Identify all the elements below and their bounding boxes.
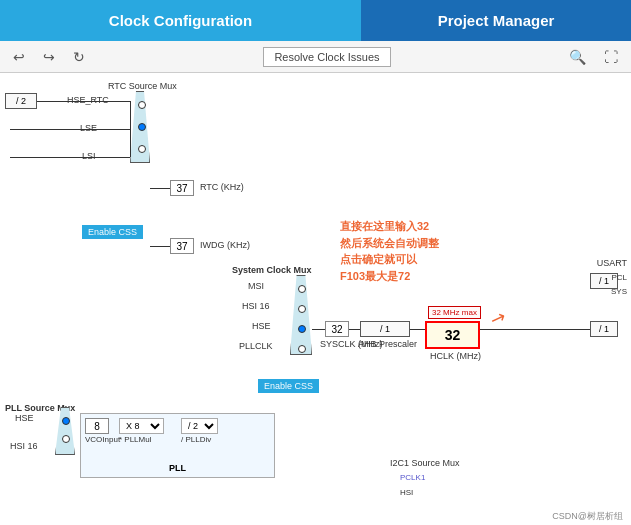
hclk-value-box[interactable]: 32: [425, 321, 480, 349]
watermark-text: CSDN@树居析组: [552, 510, 623, 523]
search-button[interactable]: 🔍: [564, 47, 591, 67]
line-sysclk: [312, 329, 325, 330]
pll-div-select[interactable]: / 2/ 3/ 4: [181, 418, 218, 434]
line-lse: [10, 129, 130, 130]
lsi-label: LSI: [82, 151, 96, 161]
ahb-label: AHB Prescaler: [358, 339, 417, 349]
pll-hsi16-label: HSI 16: [10, 441, 38, 451]
pll-area: 8 VCOInput X 8X 4X 6X 12 * PLLMul / 2/ 3…: [80, 413, 275, 478]
msi-label: MSI: [248, 281, 264, 291]
pclk-label: PCLK1: [400, 473, 425, 482]
div1b-box: / 1: [590, 321, 618, 337]
usart-label: USART: [597, 258, 627, 268]
project-manager-title: Project Manager: [361, 0, 631, 41]
hclk-max-label: 32 MHz max: [428, 306, 481, 319]
pll-hse-label: HSE: [15, 413, 34, 423]
pcl-label: PCL: [611, 273, 627, 282]
hse-sys-label: HSE: [252, 321, 271, 331]
clock-diagram: RTC Source Mux HSE_RTC LSE LSI / 2 37 RT…: [0, 73, 631, 525]
rtc-mux-sel2[interactable]: [138, 123, 146, 131]
sys-mux-sel4[interactable]: [298, 345, 306, 353]
undo-button[interactable]: ↩: [8, 47, 30, 67]
system-clock-mux-label: System Clock Mux: [232, 265, 312, 275]
sysclk-value-box[interactable]: 32: [325, 321, 349, 337]
enable-css-button-2[interactable]: Enable CSS: [258, 379, 319, 393]
pll-mux-sel2[interactable]: [62, 435, 70, 443]
sys-mux-sel2[interactable]: [298, 305, 306, 313]
pll-mux-sel1[interactable]: [62, 417, 70, 425]
sys-mux-sel1[interactable]: [298, 285, 306, 293]
line-hclk-out: [480, 329, 590, 330]
refresh-button[interactable]: ↻: [68, 47, 90, 67]
pllclk-label: PLLCLK: [239, 341, 273, 351]
line-ahb-in: [349, 329, 360, 330]
rtc-mux-sel1[interactable]: [138, 101, 146, 109]
line-rtc-out: [150, 188, 170, 189]
iwdg-value-box[interactable]: 37: [170, 238, 194, 254]
annotation-text: 直接在这里输入32然后系统会自动调整点击确定就可以F103最大是72: [340, 218, 439, 284]
hsi-label: HSI: [400, 488, 413, 497]
vco-input-box[interactable]: 8: [85, 418, 109, 434]
line-iwdg-out: [150, 246, 170, 247]
resolve-clock-issues-button[interactable]: Resolve Clock Issues: [263, 47, 390, 67]
rtc-source-mux-label: RTC Source Mux: [108, 81, 177, 91]
vline-rtc-mux: [130, 101, 131, 157]
pll-mux-shape: [55, 407, 75, 455]
ahb-prescaler-box[interactable]: / 1: [360, 321, 410, 337]
sys-mux-sel3[interactable]: [298, 325, 306, 333]
line-hse-rtc: [37, 101, 130, 102]
pll-label: PLL: [169, 463, 186, 473]
line-hclk-in: [410, 329, 425, 330]
pll-mul-select[interactable]: X 8X 4X 6X 12: [119, 418, 164, 434]
pll-div-label: / PLLDiv: [181, 435, 218, 444]
clock-config-title: Clock Configuration: [0, 0, 361, 41]
lse-label: LSE: [80, 123, 97, 133]
header: Clock Configuration Project Manager: [0, 0, 631, 41]
pll-mul-label: * PLLMul: [119, 435, 164, 444]
rtc-mux-sel3[interactable]: [138, 145, 146, 153]
hclk-label: HCLK (MHz): [430, 351, 481, 361]
hsi16-label: HSI 16: [242, 301, 270, 311]
div2-top-box: / 2: [5, 93, 37, 109]
i2c1-label: I2C1 Source Mux: [390, 458, 460, 468]
rtc-output-label: RTC (KHz): [200, 182, 244, 192]
rtc-value-box[interactable]: 37: [170, 180, 194, 196]
enable-css-button-1[interactable]: Enable CSS: [82, 225, 143, 239]
line-lsi: [10, 157, 130, 158]
iwdg-output-label: IWDG (KHz): [200, 240, 250, 250]
vco-input-label: VCOInput: [85, 435, 120, 444]
hse-rtc-label: HSE_RTC: [67, 95, 109, 105]
redo-button[interactable]: ↪: [38, 47, 60, 67]
sys-label: SYS: [611, 287, 627, 296]
toolbar: ↩ ↪ ↻ Resolve Clock Issues 🔍 ⛶: [0, 41, 631, 73]
expand-button[interactable]: ⛶: [599, 47, 623, 67]
